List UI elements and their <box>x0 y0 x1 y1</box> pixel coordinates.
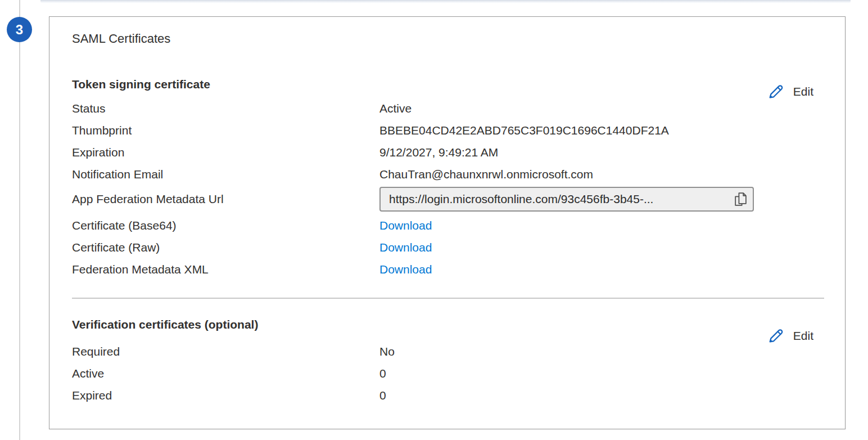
thumbprint-label: Thumbprint <box>72 124 379 137</box>
token-signing-certificate-heading: Token signing certificate <box>72 77 210 92</box>
thumbprint-row: Thumbprint BBEBE04CD42E2ABD765C3F019C169… <box>72 119 820 141</box>
copy-url-button[interactable] <box>733 192 747 207</box>
required-label: Required <box>72 345 379 358</box>
required-value: No <box>379 345 820 358</box>
certificate-raw-row: Certificate (Raw) Download <box>72 236 820 258</box>
step-3-badge: 3 <box>7 17 32 42</box>
step-connector-line <box>19 0 20 440</box>
download-certificate-base64-link[interactable]: Download <box>379 219 432 232</box>
section-divider <box>72 298 824 299</box>
notification-email-row: Notification Email ChauTran@chaunxnrwl.o… <box>72 163 820 185</box>
verification-certificates-heading: Verification certificates (optional) <box>72 317 258 332</box>
expiration-label: Expiration <box>72 146 379 159</box>
expired-count-label: Expired <box>72 389 379 402</box>
status-label: Status <box>72 102 379 115</box>
required-row: Required No <box>72 340 820 362</box>
active-count-row: Active 0 <box>72 362 820 384</box>
step-number: 3 <box>16 22 23 38</box>
card-title: SAML Certificates <box>72 31 170 47</box>
federation-metadata-xml-label: Federation Metadata XML <box>72 263 379 276</box>
previous-card-bottom-edge <box>40 0 851 3</box>
thumbprint-value: BBEBE04CD42E2ABD765C3F019C1696C1440DF21A <box>379 124 820 137</box>
expired-count-value: 0 <box>379 389 820 402</box>
expired-count-row: Expired 0 <box>72 384 820 406</box>
certificate-base64-label: Certificate (Base64) <box>72 219 379 232</box>
status-value: Active <box>379 102 820 115</box>
active-count-value: 0 <box>379 367 820 380</box>
certificate-downloads: Certificate (Base64) Download Certificat… <box>72 214 820 280</box>
federation-metadata-xml-row: Federation Metadata XML Download <box>72 258 820 280</box>
download-certificate-raw-link[interactable]: Download <box>379 241 432 254</box>
expiration-value: 9/12/2027, 9:49:21 AM <box>379 146 820 159</box>
verification-certificate-details: Required No Active 0 Expired 0 <box>72 340 820 406</box>
app-federation-metadata-url-label: App Federation Metadata Url <box>72 192 379 206</box>
download-federation-metadata-xml-link[interactable]: Download <box>379 263 432 276</box>
app-federation-metadata-url-field[interactable]: https://login.microsoftonline.com/93c456… <box>379 187 754 212</box>
app-federation-metadata-url-row: App Federation Metadata Url https://logi… <box>72 186 820 212</box>
notification-email-label: Notification Email <box>72 168 379 181</box>
app-federation-metadata-url-value: https://login.microsoftonline.com/93c456… <box>389 192 653 206</box>
copy-icon <box>733 192 747 207</box>
edit-button-label: Edit <box>793 85 813 98</box>
active-count-label: Active <box>72 367 379 380</box>
expiration-row: Expiration 9/12/2027, 9:49:21 AM <box>72 141 820 163</box>
status-row: Status Active <box>72 97 820 119</box>
certificate-raw-label: Certificate (Raw) <box>72 241 379 254</box>
token-certificate-details: Status Active Thumbprint BBEBE04CD42E2AB… <box>72 97 820 185</box>
saml-certificates-card: SAML Certificates Token signing certific… <box>49 16 846 429</box>
notification-email-value: ChauTran@chaunxnrwl.onmicrosoft.com <box>379 168 820 181</box>
certificate-base64-row: Certificate (Base64) Download <box>72 214 820 236</box>
